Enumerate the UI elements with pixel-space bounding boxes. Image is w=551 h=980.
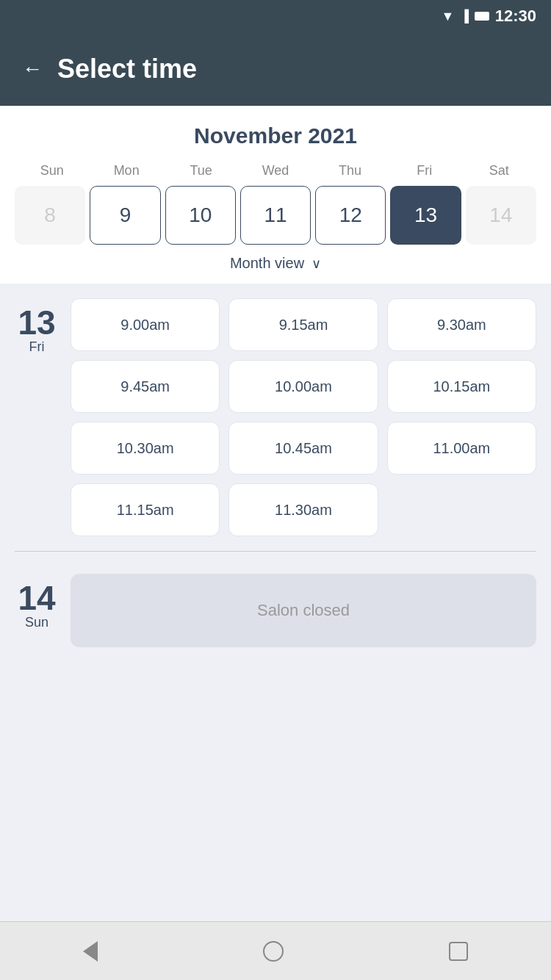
day-12[interactable]: 12 <box>315 186 386 245</box>
chevron-down-icon: ∨ <box>311 256 321 272</box>
day-14-number: 14 <box>18 581 55 615</box>
day-8[interactable]: 8 <box>15 186 85 245</box>
salon-closed-box: Salon closed <box>71 574 536 647</box>
day-14-label: 14 Sun <box>15 574 59 647</box>
weekday-sat: Sat <box>462 163 536 179</box>
nav-recent-button[interactable] <box>449 942 468 961</box>
weekday-tue: Tue <box>164 163 238 179</box>
time-slot-1130am[interactable]: 11.30am <box>228 483 378 536</box>
time-slot-930am[interactable]: 9.30am <box>387 298 536 351</box>
signal-icon: ▐ <box>460 10 468 23</box>
wifi-icon: ▼ <box>442 9 455 24</box>
time-slot-900am[interactable]: 9.00am <box>71 298 220 351</box>
status-icons: ▼ ▐ 12:30 <box>442 7 536 26</box>
day-13[interactable]: 13 <box>390 186 461 245</box>
day-14-name: Sun <box>25 615 48 630</box>
day-13-block: 13 Fri 9.00am 9.15am 9.30am 9.45am 10.00… <box>15 298 536 536</box>
battery-icon <box>475 12 489 21</box>
weekdays-row: Sun Mon Tue Wed Thu Fri Sat <box>15 163 536 179</box>
day-13-time-grid: 9.00am 9.15am 9.30am 9.45am 10.00am 10.1… <box>71 298 536 536</box>
time-slot-1115am[interactable]: 11.15am <box>71 483 220 536</box>
nav-back-button[interactable] <box>83 941 98 962</box>
time-slots-section: 13 Fri 9.00am 9.15am 9.30am 9.45am 10.00… <box>0 284 551 921</box>
day-13-name: Fri <box>29 339 45 355</box>
page-title: Select time <box>57 54 197 84</box>
nav-bar <box>0 921 551 980</box>
month-year-label: November 2021 <box>15 123 536 148</box>
status-time: 12:30 <box>495 7 536 26</box>
day-13-label: 13 Fri <box>15 298 59 536</box>
calendar-section: November 2021 Sun Mon Tue Wed Thu Fri Sa… <box>0 106 551 284</box>
time-slot-1000am[interactable]: 10.00am <box>228 360 378 413</box>
weekday-thu: Thu <box>313 163 387 179</box>
days-row: 8 9 10 11 12 13 14 <box>15 186 536 245</box>
day-10[interactable]: 10 <box>165 186 236 245</box>
back-button[interactable]: ← <box>22 57 43 81</box>
time-slot-1030am[interactable]: 10.30am <box>71 422 220 475</box>
month-view-toggle[interactable]: Month view ∨ <box>15 255 536 272</box>
time-slot-915am[interactable]: 9.15am <box>228 298 378 351</box>
day-14-block: 14 Sun Salon closed <box>15 574 536 647</box>
time-slot-1045am[interactable]: 10.45am <box>228 422 378 475</box>
weekday-fri: Fri <box>387 163 461 179</box>
home-circle-icon <box>263 941 284 962</box>
divider <box>15 551 536 552</box>
time-slot-1100am[interactable]: 11.00am <box>387 422 536 475</box>
weekday-mon: Mon <box>89 163 163 179</box>
header: ← Select time <box>0 32 551 106</box>
day-11[interactable]: 11 <box>240 186 311 245</box>
day-14[interactable]: 14 <box>466 186 536 245</box>
back-triangle-icon <box>83 941 98 962</box>
day-9[interactable]: 9 <box>90 186 160 245</box>
nav-home-button[interactable] <box>263 941 284 962</box>
day-13-number: 13 <box>18 306 55 339</box>
time-slot-945am[interactable]: 9.45am <box>71 360 220 413</box>
weekday-wed: Wed <box>238 163 312 179</box>
status-bar: ▼ ▐ 12:30 <box>0 0 551 32</box>
weekday-sun: Sun <box>15 163 89 179</box>
month-view-label: Month view <box>230 255 304 272</box>
recent-square-icon <box>449 942 468 961</box>
time-slot-1015am[interactable]: 10.15am <box>387 360 536 413</box>
